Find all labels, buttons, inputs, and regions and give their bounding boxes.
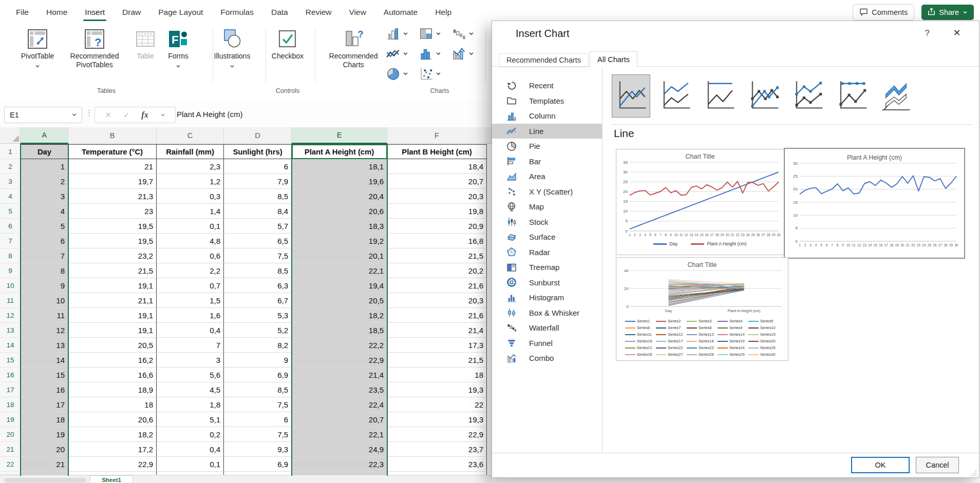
cell-D16[interactable]: 6,9 bbox=[224, 368, 292, 382]
cell-D4[interactable]: 8,5 bbox=[224, 189, 292, 204]
ok-button[interactable]: OK bbox=[851, 457, 910, 473]
chart-category-templates[interactable]: Templates bbox=[492, 93, 602, 109]
cell-F7[interactable]: 16,8 bbox=[387, 234, 487, 248]
cell-A11[interactable]: 10 bbox=[21, 293, 68, 308]
cell-F19[interactable]: 19,3 bbox=[387, 412, 487, 427]
cell-D20[interactable]: 7,5 bbox=[224, 427, 292, 442]
cell-D15[interactable]: 9 bbox=[224, 353, 292, 368]
cell-A15[interactable]: 14 bbox=[21, 353, 68, 368]
cell-E14[interactable]: 22,2 bbox=[292, 338, 387, 353]
cell-A17[interactable]: 16 bbox=[21, 382, 68, 397]
tab-formulas[interactable]: Formulas bbox=[212, 1, 262, 24]
cell-A10[interactable]: 9 bbox=[21, 278, 68, 293]
cell-B12[interactable]: 19,1 bbox=[68, 308, 157, 323]
formula-bar-handle[interactable]: ⋮ bbox=[85, 108, 93, 118]
subtype-stacked-line-with-markers[interactable] bbox=[788, 74, 827, 118]
chart-category-recent[interactable]: Recent bbox=[492, 78, 602, 93]
sheet-tab[interactable]: Sheet1 bbox=[90, 475, 133, 483]
chart-category-histogram[interactable]: Histogram bbox=[492, 290, 602, 305]
cell-D22[interactable]: 6,9 bbox=[224, 457, 292, 472]
cell-F17[interactable]: 19,3 bbox=[387, 382, 487, 397]
cell-B2[interactable]: 21 bbox=[68, 159, 157, 174]
chart-category-line[interactable]: Line bbox=[492, 124, 602, 139]
tab-all-charts[interactable]: All Charts bbox=[590, 51, 637, 67]
cell-D1[interactable]: Sunlight (hrs) bbox=[224, 144, 292, 159]
name-box[interactable]: E1 bbox=[4, 107, 82, 123]
cell-C18[interactable]: 1,8 bbox=[157, 397, 224, 412]
chart-category-treemap[interactable]: Treemap bbox=[492, 260, 602, 275]
recommended-pivottables-button[interactable]: ? Recommended PivotTables bbox=[60, 28, 129, 69]
subtype-100-stacked-line[interactable] bbox=[700, 74, 739, 118]
cell-B17[interactable]: 18,9 bbox=[68, 382, 157, 397]
subtype-line[interactable] bbox=[612, 74, 650, 118]
cancel-button[interactable]: Cancel bbox=[916, 457, 959, 473]
resize-grip-icon[interactable] bbox=[971, 469, 977, 475]
row-header-10[interactable]: 10 bbox=[0, 278, 21, 293]
cell-E9[interactable]: 22,1 bbox=[292, 263, 387, 278]
row-header-9[interactable]: 9 bbox=[0, 263, 21, 278]
cell-F21[interactable]: 23,7 bbox=[387, 442, 487, 457]
row-header-15[interactable]: 15 bbox=[0, 353, 21, 368]
cell-C4[interactable]: 0,3 bbox=[157, 189, 224, 204]
chart-preview-multiseries[interactable]: Chart Title02040DayPlant A Height (cm)Se… bbox=[616, 257, 788, 361]
cell-C11[interactable]: 1,5 bbox=[157, 293, 224, 308]
cell-E17[interactable]: 23,5 bbox=[292, 382, 387, 397]
tab-data[interactable]: Data bbox=[262, 1, 297, 24]
cell-D2[interactable]: 6 bbox=[224, 159, 292, 174]
cell-B8[interactable]: 23,2 bbox=[68, 248, 157, 263]
line-chart-menu-button[interactable] bbox=[386, 47, 408, 61]
chart-category-waterfall[interactable]: Waterfall bbox=[492, 320, 602, 336]
checkbox-button[interactable]: Checkbox bbox=[266, 28, 309, 61]
tab-automate[interactable]: Automate bbox=[375, 1, 426, 24]
chart-category-funnel[interactable]: Funnel bbox=[492, 336, 602, 351]
cell-D3[interactable]: 7,9 bbox=[224, 174, 292, 189]
cell-E15[interactable]: 22,9 bbox=[292, 353, 387, 368]
chart-preview-plant-a-selected[interactable]: Plant A Height (cm)051015202530123456789… bbox=[784, 148, 965, 259]
formula-input[interactable]: Plant A Height (cm) bbox=[177, 107, 242, 122]
cell-F20[interactable]: 22,9 bbox=[387, 427, 487, 442]
cell-D19[interactable]: 6 bbox=[224, 412, 292, 427]
cell-B18[interactable]: 18 bbox=[68, 397, 157, 412]
subtype-100-stacked-line-with-markers[interactable] bbox=[833, 74, 871, 118]
row-header-16[interactable]: 16 bbox=[0, 368, 21, 382]
cell-F22[interactable]: 23,6 bbox=[387, 457, 487, 472]
cell-F11[interactable]: 20,3 bbox=[387, 293, 487, 308]
cell-C12[interactable]: 1,6 bbox=[157, 308, 224, 323]
cell-C8[interactable]: 0,6 bbox=[157, 248, 224, 263]
cell-F6[interactable]: 20,9 bbox=[387, 219, 487, 234]
sheet-nav[interactable] bbox=[4, 478, 86, 482]
cell-F5[interactable]: 19,8 bbox=[387, 204, 487, 219]
cell-A20[interactable]: 19 bbox=[21, 427, 68, 442]
cell-D14[interactable]: 8,2 bbox=[224, 338, 292, 353]
cell-C10[interactable]: 0,7 bbox=[157, 278, 224, 293]
cell-C19[interactable]: 5,1 bbox=[157, 412, 224, 427]
chart-category-stock[interactable]: Stock bbox=[492, 215, 602, 230]
chart-category-map[interactable]: Map bbox=[492, 199, 602, 215]
cell-A8[interactable]: 7 bbox=[21, 248, 68, 263]
cell-F10[interactable]: 21,6 bbox=[387, 278, 487, 293]
chart-category-column[interactable]: Column bbox=[492, 108, 602, 124]
cell-E18[interactable]: 22,4 bbox=[292, 397, 387, 412]
close-icon[interactable]: ✕ bbox=[950, 26, 964, 40]
cell-D21[interactable]: 9,3 bbox=[224, 442, 292, 457]
row-header-12[interactable]: 12 bbox=[0, 308, 21, 323]
chart-preview-day-plant[interactable]: Chart Title05101520253035123456789101112… bbox=[616, 149, 784, 255]
cell-E4[interactable]: 20,4 bbox=[292, 189, 387, 204]
row-header-4[interactable]: 4 bbox=[0, 189, 21, 204]
tab-home[interactable]: Home bbox=[37, 1, 76, 24]
tab-review[interactable]: Review bbox=[297, 1, 341, 24]
cell-C7[interactable]: 4,8 bbox=[157, 234, 224, 248]
cell-C20[interactable]: 0,2 bbox=[157, 427, 224, 442]
cell-A14[interactable]: 13 bbox=[21, 338, 68, 353]
chart-category-sunburst[interactable]: Sunburst bbox=[492, 275, 602, 291]
recommended-charts-button[interactable]: ? Recommended Charts bbox=[324, 28, 383, 69]
cell-B11[interactable]: 21,1 bbox=[68, 293, 157, 308]
cell-E6[interactable]: 18,3 bbox=[292, 219, 387, 234]
chevron-down-icon[interactable] bbox=[71, 110, 82, 120]
share-button[interactable]: Share bbox=[921, 5, 974, 20]
cell-A19[interactable]: 18 bbox=[21, 412, 68, 427]
subtype-line-with-markers[interactable] bbox=[744, 74, 783, 118]
cell-C13[interactable]: 0,4 bbox=[157, 323, 224, 338]
column-header-E[interactable]: E bbox=[292, 127, 387, 144]
cell-D12[interactable]: 5,3 bbox=[224, 308, 292, 323]
